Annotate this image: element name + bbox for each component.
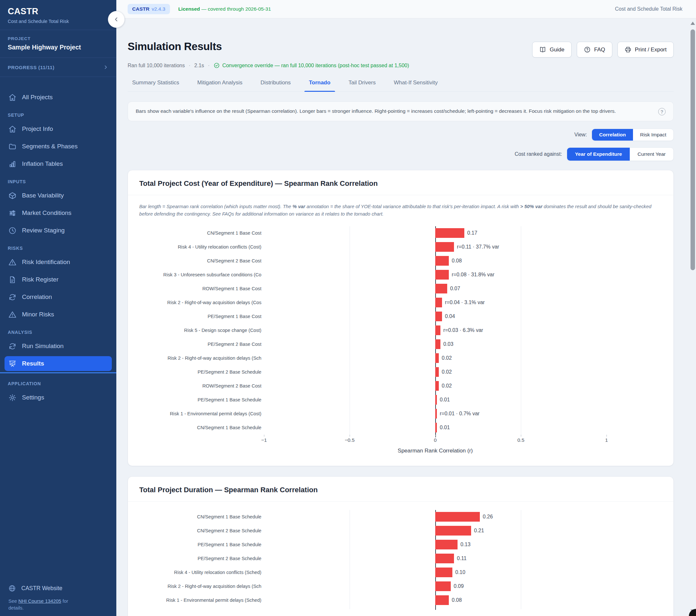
chart-bar bbox=[435, 581, 451, 591]
sidebar-item-castr-website[interactable]: CASTR Website bbox=[4, 582, 112, 595]
sidebar-item-results[interactable]: Results bbox=[4, 356, 112, 371]
page-title: Simulation Results bbox=[128, 41, 222, 53]
chart-row-label: CN/Segment 2 Base Schedule bbox=[139, 528, 262, 533]
bar-chart-icon bbox=[9, 160, 16, 168]
chart-row-plot: 0.02 bbox=[264, 351, 662, 365]
chart-bar bbox=[435, 270, 449, 280]
sidebar-section-risks: RISKS bbox=[0, 246, 116, 251]
sidebar-item-base-variability[interactable]: Base Variability bbox=[4, 188, 112, 203]
chart-title: Total Project Duration — Spearman Rank C… bbox=[128, 477, 674, 501]
chart-bar-value: 0.08 bbox=[452, 258, 462, 264]
chart-row-plot: 0.10 bbox=[264, 566, 662, 580]
folder-icon bbox=[9, 143, 16, 151]
faq-button[interactable]: FAQ bbox=[577, 42, 612, 58]
chart-row-plot: 0.21 bbox=[264, 524, 662, 538]
chart-row: CN/Segment 2 Base Schedule0.21 bbox=[139, 524, 662, 538]
active-item-underline bbox=[0, 372, 116, 373]
chart-row-label: PE/Segment 2 Base Cost bbox=[139, 342, 262, 347]
view-option-correlation[interactable]: Correlation bbox=[592, 129, 633, 141]
tab-what-if-sensitivity[interactable]: What-If Sensitivity bbox=[389, 79, 442, 92]
chart-bar bbox=[435, 540, 458, 549]
guide-button[interactable]: Guide bbox=[532, 42, 571, 58]
chart-bar bbox=[435, 395, 437, 405]
sidebar-item-market-conditions[interactable]: Market Conditions bbox=[4, 206, 112, 220]
chart-row-label: ROW/Segment 2 Base Cost bbox=[139, 383, 262, 389]
sidebar-item-all-projects[interactable]: All Projects bbox=[4, 90, 112, 105]
sidebar-item-project-info[interactable]: Project Info bbox=[4, 122, 112, 137]
sidebar-item-label: Base Variability bbox=[22, 192, 64, 199]
chart-row: Risk 1 - Environmental permit delays (Co… bbox=[139, 407, 662, 421]
rank-option-year-of-expenditure[interactable]: Year of Expenditure bbox=[567, 148, 630, 161]
topbar: CASTRv2.4.3 Licensed — covered through 2… bbox=[116, 0, 696, 18]
chart-row: Risk 4 - Utility relocation conflicts (S… bbox=[139, 566, 662, 580]
tornado-cost-chart: CN/Segment 1 Base Cost0.17Risk 4 - Utili… bbox=[128, 218, 674, 466]
chart-bar bbox=[435, 568, 453, 577]
scrollbar[interactable] bbox=[690, 18, 696, 616]
document-icon bbox=[9, 276, 16, 284]
chart-x-axis-title bbox=[264, 610, 662, 616]
chart-row: ROW/Segment 2 Base Cost0.02 bbox=[139, 379, 662, 393]
chart-bar bbox=[435, 353, 439, 363]
presentation-chart-icon bbox=[9, 360, 16, 368]
chart-bar-value: 0.03 bbox=[443, 341, 453, 347]
sidebar-section-setup: SETUP bbox=[0, 112, 116, 117]
sidebar-section-analysis: ANALYSIS bbox=[0, 330, 116, 335]
warning-triangle-icon bbox=[9, 311, 16, 319]
tab-tail-drivers[interactable]: Tail Drivers bbox=[344, 79, 380, 92]
app-window: CASTR Cost and Schedule Total Risk PROJE… bbox=[0, 0, 696, 616]
sidebar-item-risk-identification[interactable]: Risk Identification bbox=[4, 255, 112, 270]
chart-bar-value: 0.26 bbox=[483, 514, 493, 520]
view-option-risk-impact[interactable]: Risk Impact bbox=[633, 129, 674, 141]
tab-distributions[interactable]: Distributions bbox=[256, 79, 295, 92]
book-icon bbox=[539, 46, 546, 53]
chart-bar-value: 0.02 bbox=[442, 383, 452, 389]
sidebar-item-label: Review Staging bbox=[22, 227, 65, 234]
sidebar-item-correlation[interactable]: Correlation bbox=[4, 289, 112, 304]
question-circle-icon bbox=[584, 46, 591, 53]
sidebar-item-inflation-tables[interactable]: Inflation Tables bbox=[4, 156, 112, 171]
progress-toggle[interactable]: PROGRESS (11/11) bbox=[0, 58, 116, 77]
rank-option-current-year[interactable]: Current Year bbox=[630, 148, 674, 161]
chart-row-label: Risk 1 - Environmental permit delays (Sc… bbox=[139, 598, 262, 603]
sidebar-item-minor-risks[interactable]: Minor Risks bbox=[4, 307, 112, 322]
help-icon[interactable]: ? bbox=[658, 108, 666, 115]
nhi-course-link[interactable]: NHI Course 134205 bbox=[18, 598, 61, 604]
chart-description: Bar length = Spearman rank correlation (… bbox=[128, 195, 674, 218]
sidebar-item-risk-register[interactable]: Risk Register bbox=[4, 272, 112, 287]
tab-mitigation-analysis[interactable]: Mitigation Analysis bbox=[193, 79, 247, 92]
chart-row: Risk 1 - Environmental permit delays (Sc… bbox=[139, 594, 662, 607]
chart-row-plot: r=0.03 · 6.3% var bbox=[264, 323, 662, 337]
page-header: Simulation Results Guide FAQ Print / Exp… bbox=[128, 41, 674, 58]
chart-bar-value: 0.11 bbox=[457, 556, 466, 562]
scroll-up-arrow-icon[interactable] bbox=[691, 22, 695, 25]
axis-tick-label: 0.5 bbox=[517, 437, 524, 443]
duration-text: 2.1s bbox=[194, 63, 204, 68]
chart-bar bbox=[435, 284, 447, 294]
sidebar-item-review-staging[interactable]: Review Staging bbox=[4, 223, 112, 238]
chart-bar-value: r=0.11 · 37.7% var bbox=[457, 244, 499, 250]
chart-bar bbox=[435, 326, 440, 335]
chart-row-label: CN/Segment 2 Base Cost bbox=[139, 258, 262, 264]
chart-row: PE/Segment 2 Base Schedule0.11 bbox=[139, 552, 662, 566]
sidebar-collapse-button[interactable] bbox=[108, 11, 125, 28]
tab-summary-statistics[interactable]: Summary Statistics bbox=[128, 79, 184, 92]
faq-button-label: FAQ bbox=[594, 47, 605, 53]
badge-version: v2.4.3 bbox=[152, 6, 165, 12]
rank-toggle-label: Cost ranked against: bbox=[515, 151, 562, 157]
chart-row: CN/Segment 1 Base Schedule0.01 bbox=[139, 421, 662, 435]
chart-row-label: Risk 2 - Right-of-way acquisition delays… bbox=[139, 300, 262, 305]
tornado-duration-card: Total Project Duration — Spearman Rank C… bbox=[128, 476, 674, 616]
sidebar-item-settings[interactable]: Settings bbox=[4, 390, 112, 405]
meta-separator: · bbox=[208, 63, 210, 68]
sidebar-item-run-simulation[interactable]: Run Simulation bbox=[4, 339, 112, 353]
tab-tornado[interactable]: Tornado bbox=[304, 79, 335, 92]
scrollbar-thumb[interactable] bbox=[691, 29, 695, 270]
chart-bar bbox=[435, 228, 464, 238]
guide-button-label: Guide bbox=[550, 47, 564, 53]
sidebar-item-label: Risk Register bbox=[22, 276, 59, 283]
chart-row: CN/Segment 1 Base Cost0.17 bbox=[139, 226, 662, 240]
print-export-button[interactable]: Print / Export bbox=[617, 42, 674, 58]
chart-row-plot: 0.01 bbox=[264, 393, 662, 407]
sidebar-item-label: Minor Risks bbox=[22, 311, 54, 318]
sidebar-item-segments-phases[interactable]: Segments & Phases bbox=[4, 139, 112, 154]
